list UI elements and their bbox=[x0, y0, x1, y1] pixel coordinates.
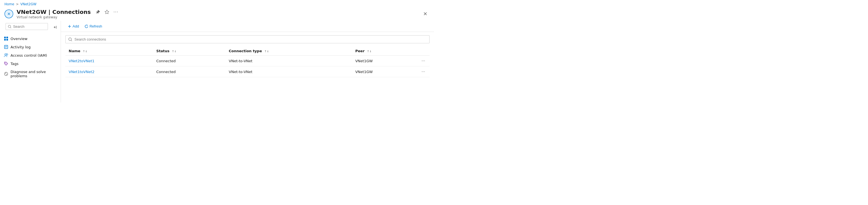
row-type: VNet-to-VNet bbox=[225, 67, 352, 77]
svg-rect-4 bbox=[4, 37, 6, 39]
col-peer[interactable]: Peer ↑↓ bbox=[352, 47, 417, 55]
table-row: VNet1toVNet2 Connected VNet-to-VNet VNet… bbox=[65, 67, 430, 77]
sidebar-search[interactable] bbox=[5, 23, 48, 30]
sort-icon-type: ↑↓ bbox=[264, 50, 269, 53]
row-name[interactable]: VNet1toVNet2 bbox=[65, 67, 153, 77]
main-layout: Overview Activity log Access control (IA… bbox=[0, 21, 434, 103]
svg-point-17 bbox=[69, 38, 71, 41]
col-type[interactable]: Connection type ↑↓ bbox=[225, 47, 352, 55]
page-header: ✕ VNet2GW | Connections ··· Virtual netw… bbox=[0, 7, 434, 21]
add-button[interactable]: Add bbox=[65, 23, 81, 29]
breadcrumb: Home > VNet2GW bbox=[0, 0, 434, 7]
sort-icon-name: ↑↓ bbox=[83, 50, 88, 53]
favorite-button[interactable] bbox=[103, 9, 110, 15]
svg-point-2 bbox=[8, 25, 11, 27]
row-ellipsis[interactable]: ··· bbox=[417, 67, 430, 77]
row-peer: VNet1GW bbox=[352, 55, 417, 67]
sidebar-item-diagnose[interactable]: Diagnose and solve problems bbox=[0, 68, 61, 80]
row-status: Connected bbox=[153, 67, 225, 77]
connections-search-input[interactable] bbox=[74, 37, 427, 42]
table-header-row: Name ↑↓ Status ↑↓ Connection type ↑↓ P bbox=[65, 47, 430, 55]
connections-table: Name ↑↓ Status ↑↓ Connection type ↑↓ P bbox=[65, 47, 430, 77]
sort-icon-status: ↑↓ bbox=[172, 50, 177, 53]
tags-icon bbox=[4, 61, 8, 66]
iam-icon bbox=[4, 53, 8, 57]
breadcrumb-current[interactable]: VNet2GW bbox=[21, 2, 36, 6]
svg-text:✕: ✕ bbox=[7, 12, 10, 16]
overview-icon bbox=[4, 36, 8, 41]
refresh-icon bbox=[85, 24, 88, 28]
row-ellipsis[interactable]: ··· bbox=[417, 55, 430, 67]
row-name[interactable]: VNet2toVNet1 bbox=[65, 55, 153, 67]
row-peer: VNet1GW bbox=[352, 67, 417, 77]
sidebar-item-overview[interactable]: Overview bbox=[0, 34, 61, 43]
svg-point-14 bbox=[4, 72, 8, 76]
toolbar: Add Refresh bbox=[61, 21, 434, 32]
col-actions bbox=[417, 47, 430, 55]
svg-rect-8 bbox=[4, 45, 8, 49]
activity-log-icon bbox=[4, 45, 8, 49]
sidebar: Overview Activity log Access control (IA… bbox=[0, 21, 61, 103]
pin-button[interactable] bbox=[95, 9, 101, 15]
col-status[interactable]: Status ↑↓ bbox=[153, 47, 225, 55]
more-button[interactable]: ··· bbox=[113, 8, 120, 15]
row-status: Connected bbox=[153, 55, 225, 67]
sidebar-item-label: Overview bbox=[10, 37, 27, 41]
sort-icon-peer: ↑↓ bbox=[367, 50, 372, 53]
sidebar-item-activity-log[interactable]: Activity log bbox=[0, 43, 61, 51]
svg-rect-5 bbox=[6, 37, 8, 39]
svg-line-18 bbox=[71, 40, 72, 41]
add-icon bbox=[68, 24, 71, 28]
refresh-button[interactable]: Refresh bbox=[82, 23, 104, 29]
connections-area: Name ↑↓ Status ↑↓ Connection type ↑↓ P bbox=[61, 32, 434, 103]
diagnose-icon bbox=[4, 72, 8, 76]
sidebar-search-input[interactable] bbox=[13, 24, 45, 29]
page-subtitle: Virtual network gateway bbox=[17, 15, 120, 19]
connections-search[interactable] bbox=[65, 35, 430, 43]
svg-point-13 bbox=[5, 62, 5, 63]
close-button[interactable]: ✕ bbox=[421, 10, 430, 18]
search-icon bbox=[8, 25, 11, 29]
page-title: VNet2GW | Connections ··· bbox=[17, 8, 120, 15]
header-actions: ··· bbox=[95, 8, 120, 15]
row-type: VNet-to-VNet bbox=[225, 55, 352, 67]
breadcrumb-separator: > bbox=[16, 2, 19, 6]
sidebar-item-iam[interactable]: Access control (IAM) bbox=[0, 51, 61, 59]
svg-line-3 bbox=[10, 27, 11, 28]
sidebar-item-label: Access control (IAM) bbox=[10, 53, 47, 57]
sidebar-item-tags[interactable]: Tags bbox=[0, 59, 61, 68]
table-row: VNet2toVNet1 Connected VNet-to-VNet VNet… bbox=[65, 55, 430, 67]
row-more-button[interactable]: ··· bbox=[421, 58, 426, 63]
svg-rect-6 bbox=[4, 39, 6, 41]
content-area: Add Refresh Name bbox=[61, 21, 434, 103]
breadcrumb-home[interactable]: Home bbox=[4, 2, 14, 6]
sidebar-item-label: Activity log bbox=[10, 45, 31, 49]
col-name[interactable]: Name ↑↓ bbox=[65, 47, 153, 55]
title-group: VNet2GW | Connections ··· Virtual networ… bbox=[17, 8, 120, 19]
sidebar-item-label: Tags bbox=[10, 62, 19, 66]
row-more-button[interactable]: ··· bbox=[421, 69, 426, 74]
connections-search-icon bbox=[68, 37, 72, 42]
collapse-button[interactable] bbox=[52, 25, 58, 30]
resource-icon: ✕ bbox=[4, 9, 13, 18]
svg-rect-7 bbox=[6, 39, 8, 41]
sidebar-item-label: Diagnose and solve problems bbox=[10, 70, 57, 78]
